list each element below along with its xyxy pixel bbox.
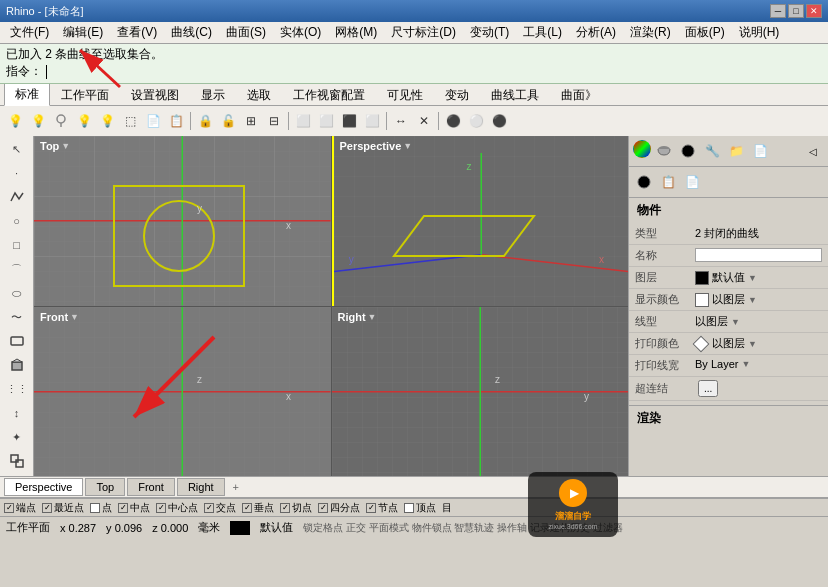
viewport-top-label[interactable]: Top ▼ (40, 140, 70, 152)
lt-point[interactable]: · (4, 162, 30, 184)
prop-name-input[interactable] (695, 248, 822, 262)
tool-props[interactable]: 📋 (165, 110, 187, 132)
viewport-right-label[interactable]: Right ▼ (338, 311, 377, 323)
snap-more[interactable]: 目 (442, 501, 452, 515)
lt-ellipse[interactable]: ⬭ (4, 282, 30, 304)
viewport-right[interactable]: Right ▼ z y (332, 307, 629, 477)
menu-dimension[interactable]: 尺寸标注(D) (385, 22, 462, 43)
snap-endpoint-checkbox[interactable]: ✓ (4, 503, 14, 513)
tool-view2[interactable]: ⬜ (315, 110, 337, 132)
prop-value-hyperlink[interactable]: ... (689, 377, 828, 400)
lt-rect[interactable]: □ (4, 234, 30, 256)
tab-standard[interactable]: 标准 (4, 83, 50, 106)
menu-curve[interactable]: 曲线(C) (165, 22, 218, 43)
viewport-perspective-label[interactable]: Perspective ▼ (340, 140, 413, 152)
snap-mid[interactable]: ✓ 中点 (118, 501, 150, 515)
tool-layers[interactable]: 📄 (142, 110, 164, 132)
displaycolor-dropdown[interactable]: ▼ (748, 295, 757, 305)
tool-lock[interactable]: 🔒 (194, 110, 216, 132)
snap-knot-checkbox[interactable]: ✓ (366, 503, 376, 513)
tab-surfacetools[interactable]: 曲面》 (550, 84, 608, 106)
tool-cross[interactable]: ✕ (413, 110, 435, 132)
menu-transform[interactable]: 变动(T) (464, 22, 515, 43)
tool-view4[interactable]: ⬜ (361, 110, 383, 132)
menu-render[interactable]: 渲染(R) (624, 22, 677, 43)
prop-value-name[interactable] (689, 245, 828, 265)
lt-xform2[interactable] (4, 450, 30, 472)
snap-nearest-checkbox[interactable]: ✓ (42, 503, 52, 513)
snap-point-checkbox[interactable] (90, 503, 100, 513)
menu-solid[interactable]: 实体(O) (274, 22, 327, 43)
tab-workplane[interactable]: 工作平面 (50, 84, 120, 106)
tool-light2[interactable]: 💡 (27, 110, 49, 132)
lt-circle[interactable]: ○ (4, 210, 30, 232)
lt-mesh[interactable]: ⋮⋮ (4, 378, 30, 400)
menu-mesh[interactable]: 网格(M) (329, 22, 383, 43)
tool-circle3[interactable]: ⚫ (488, 110, 510, 132)
lt-arc[interactable]: ⌒ (4, 258, 30, 280)
maximize-button[interactable]: □ (788, 4, 804, 18)
snap-center-checkbox[interactable]: ✓ (156, 503, 166, 513)
snap-intersect-checkbox[interactable]: ✓ (204, 503, 214, 513)
tab-curvetools[interactable]: 曲线工具 (480, 84, 550, 106)
bottom-tab-add[interactable]: + (227, 479, 245, 495)
rp-icon-render[interactable]: 📁 (725, 140, 747, 162)
tool-light5[interactable]: 💡 (96, 110, 118, 132)
viewport-front-label[interactable]: Front ▼ (40, 311, 79, 323)
printcolor-dropdown[interactable]: ▼ (748, 339, 757, 349)
bottom-tab-perspective[interactable]: Perspective (4, 478, 83, 496)
lt-transform[interactable]: ✦ (4, 426, 30, 448)
prop-row-name[interactable]: 名称 (629, 245, 828, 267)
bottom-tab-top[interactable]: Top (85, 478, 125, 496)
hyperlink-button[interactable]: ... (698, 380, 718, 397)
snap-perp-checkbox[interactable]: ✓ (242, 503, 252, 513)
tool-grid2[interactable]: ⊟ (263, 110, 285, 132)
menu-panels[interactable]: 面板(P) (679, 22, 731, 43)
rp-icon-clipboard[interactable]: 📋 (657, 171, 679, 193)
rp-icon-obj-color[interactable] (633, 171, 655, 193)
lt-polyline[interactable] (4, 186, 30, 208)
tab-select[interactable]: 选取 (236, 84, 282, 106)
snap-tan-checkbox[interactable]: ✓ (280, 503, 290, 513)
snap-intersect[interactable]: ✓ 交点 (204, 501, 236, 515)
snap-vertex-checkbox[interactable] (404, 503, 414, 513)
menu-file[interactable]: 文件(F) (4, 22, 55, 43)
viewport-perspective[interactable]: Perspective ▼ x z y (332, 136, 629, 306)
snap-mid-checkbox[interactable]: ✓ (118, 503, 128, 513)
snap-nearest[interactable]: ✓ 最近点 (42, 501, 84, 515)
lt-solid[interactable] (4, 354, 30, 376)
tool-unlock[interactable]: 🔓 (217, 110, 239, 132)
tool-circle1[interactable]: ⚫ (442, 110, 464, 132)
minimize-button[interactable]: ─ (770, 4, 786, 18)
rp-icon-doc[interactable]: 📄 (681, 171, 703, 193)
snap-endpoint[interactable]: ✓ 端点 (4, 501, 36, 515)
menu-edit[interactable]: 编辑(E) (57, 22, 109, 43)
printwidth-dropdown[interactable]: ▼ (741, 359, 750, 369)
viewport-front[interactable]: Front ▼ z x (34, 307, 331, 477)
snap-quad-checkbox[interactable]: ✓ (318, 503, 328, 513)
rp-icon-notes[interactable]: 📄 (749, 140, 771, 162)
bottom-tab-right[interactable]: Right (177, 478, 225, 496)
tool-arrow[interactable]: ↔ (390, 110, 412, 132)
rp-icon-expand[interactable]: ◁ (802, 140, 824, 162)
menu-help[interactable]: 说明(H) (733, 22, 786, 43)
tab-setview[interactable]: 设置视图 (120, 84, 190, 106)
layer-dropdown-arrow[interactable]: ▼ (748, 273, 757, 283)
snap-tan[interactable]: ✓ 切点 (280, 501, 312, 515)
lt-surface[interactable] (4, 330, 30, 352)
tool-cursor[interactable]: ⬚ (119, 110, 141, 132)
rp-icon-material[interactable] (677, 140, 699, 162)
rp-icon-env[interactable]: 🔧 (701, 140, 723, 162)
close-button[interactable]: ✕ (806, 4, 822, 18)
tool-light3[interactable] (50, 110, 72, 132)
snap-center[interactable]: ✓ 中心点 (156, 501, 198, 515)
menu-view[interactable]: 查看(V) (111, 22, 163, 43)
tab-display[interactable]: 显示 (190, 84, 236, 106)
linetype-dropdown[interactable]: ▼ (731, 317, 740, 327)
tab-visibility[interactable]: 可见性 (376, 84, 434, 106)
menu-surface[interactable]: 曲面(S) (220, 22, 272, 43)
lt-select[interactable]: ↖ (4, 138, 30, 160)
tool-circle2[interactable]: ⚪ (465, 110, 487, 132)
viewport-top[interactable]: Top ▼ (34, 136, 331, 306)
rp-icon-layer[interactable] (653, 140, 675, 162)
